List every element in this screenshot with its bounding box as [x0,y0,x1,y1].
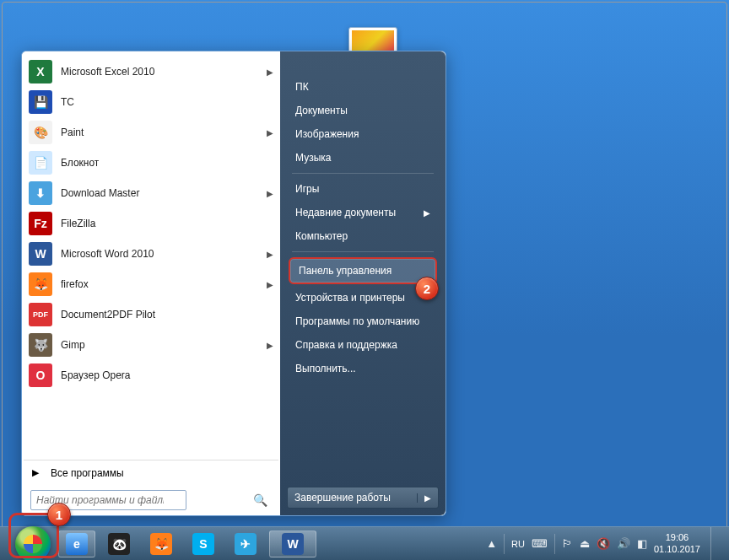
word-icon: W [282,533,304,555]
program-icon: Fz [29,212,52,235]
program-item[interactable]: ⬇ Download Master ▶ [24,178,278,208]
places-item-label: Недавние документы [295,207,396,218]
program-label: Document2PDF Pilot [61,309,155,320]
places-item[interactable]: Изображения [287,122,439,146]
program-icon: ⬇ [29,181,52,205]
taskbar-ie-button[interactable]: e [58,530,95,557]
submenu-arrow-icon: ▶ [267,250,273,259]
search-icon[interactable]: 🔍 [253,493,268,509]
telegram-icon: ✈ [235,533,256,555]
program-icon: O [29,363,52,387]
places-item-label: Музыка [295,152,331,164]
places-item-label: Устройства и принтеры [295,292,405,304]
places-item[interactable]: Недавние документы▶ [287,201,439,224]
annotation-marker-2: 2 [415,277,439,300]
places-item-label: Программы по умолчанию [295,315,419,327]
places-item-label: Выполнить... [295,363,356,374]
taskbar-telegram-button[interactable]: ✈ [227,530,264,557]
program-label: firefox [61,278,89,290]
program-item[interactable]: O Браузер Opera [24,360,278,390]
volume-icon[interactable]: 🔊 [617,537,630,550]
program-item[interactable]: 🎨 Paint ▶ [24,117,278,148]
program-icon: 🎨 [29,121,52,144]
action-center-icon[interactable]: 🏳 [562,537,573,550]
program-icon: PDF [29,303,52,326]
start-menu-left-pane: X Microsoft Excel 2010 ▶💾 TC 🎨 Paint ▶📄 … [22,51,280,515]
program-icon: X [29,60,52,83]
program-item[interactable]: X Microsoft Excel 2010 ▶ [24,57,278,87]
tray-chevron-up-icon[interactable]: ▲ [486,537,497,550]
program-label: Блокнот [61,157,99,169]
taskbar: e🐼🦊S✈W ▲ RU ⌨ 🏳 ⏏ 🔇 🔊 ◧ 19:06 01.10.2017 [0,526,729,560]
places-item-label: Изображения [295,128,359,140]
show-desktop-button[interactable] [710,527,719,561]
all-programs-label: Все программы [51,467,124,479]
usb-icon[interactable]: ⏏ [580,537,590,550]
taskbar-word-button[interactable]: W [269,530,316,557]
start-menu: X Microsoft Excel 2010 ▶💾 TC 🎨 Paint ▶📄 … [21,51,446,516]
program-label: Paint [61,127,84,138]
annotation-marker-1: 1 [47,503,71,526]
places-item[interactable]: Музыка [287,146,439,170]
tray-app-icon[interactable]: ◧ [637,537,647,550]
submenu-arrow-icon: ▶ [267,341,273,350]
program-item[interactable]: 📄 Блокнот [24,148,278,178]
program-label: TC [61,96,74,108]
program-icon: 📄 [29,151,52,175]
shutdown-button[interactable]: Завершение работы▶ [287,487,439,509]
places-item[interactable]: Выполнить... [287,357,439,380]
system-tray: ▲ RU ⌨ 🏳 ⏏ 🔇 🔊 ◧ 19:06 01.10.2017 [486,527,724,561]
submenu-arrow-icon: ▶ [267,280,273,289]
shutdown-label: Завершение работы [294,492,391,503]
places-item-label: Игры [295,183,319,195]
submenu-arrow-icon: ▶ [267,67,273,77]
menu-separator [292,251,434,252]
all-programs-arrow-icon: ▶ [32,467,39,478]
keyboard-icon[interactable]: ⌨ [532,537,548,550]
language-indicator[interactable]: RU [511,539,525,549]
submenu-arrow-icon: ▶ [424,208,430,218]
firefox-icon: 🦊 [150,533,172,555]
program-item[interactable]: 🐺 Gimp ▶ [24,330,278,360]
program-label: Microsoft Excel 2010 [61,66,154,78]
submenu-arrow-icon: ▶ [267,189,273,198]
taskbar-firefox-button[interactable]: 🦊 [143,530,180,557]
program-icon: 🐺 [29,333,52,357]
places-item-label: ПК [295,81,309,93]
places-item-label: Документы [295,105,348,116]
program-icon: 💾 [29,90,52,114]
program-item[interactable]: 🦊 firefox ▶ [24,269,278,299]
program-label: Download Master [61,187,139,199]
places-item-label: Панель управления [299,265,392,277]
program-icon: 🦊 [29,272,52,296]
program-item[interactable]: Fz FileZilla [24,208,278,239]
places-item[interactable]: Справка и поддержка [287,333,439,357]
ie-icon: e [66,533,88,555]
panda-icon: 🐼 [108,533,130,555]
places-item[interactable]: Игры [287,177,439,201]
program-item[interactable]: PDF Document2PDF Pilot [24,299,278,330]
program-item[interactable]: W Microsoft Word 2010 ▶ [24,239,278,269]
places-item[interactable]: Программы по умолчанию [287,310,439,333]
taskbar-panda-button[interactable]: 🐼 [100,530,138,557]
menu-separator [292,173,434,174]
places-item-label: Компьютер [295,230,348,242]
places-item[interactable]: Панель управления [289,257,437,284]
program-item[interactable]: 💾 TC [24,87,278,117]
program-icon: W [29,242,52,266]
taskbar-skype-button[interactable]: S [185,530,222,557]
places-item-label: Справка и поддержка [295,339,397,351]
clock[interactable]: 19:06 01.10.2017 [654,532,700,554]
program-label: Microsoft Word 2010 [61,248,154,260]
shutdown-options-arrow-icon[interactable]: ▶ [417,493,431,503]
submenu-arrow-icon: ▶ [267,128,273,137]
places-item[interactable]: ПК [287,75,439,99]
program-label: Gimp [61,339,85,351]
skype-icon: S [192,533,214,555]
all-programs[interactable]: ▶ Все программы [24,460,278,485]
program-label: Браузер Opera [61,369,131,381]
places-item[interactable]: Компьютер [287,224,439,248]
program-label: FileZilla [61,218,95,229]
places-item[interactable]: Документы [287,99,439,122]
network-icon[interactable]: 🔇 [597,537,610,550]
